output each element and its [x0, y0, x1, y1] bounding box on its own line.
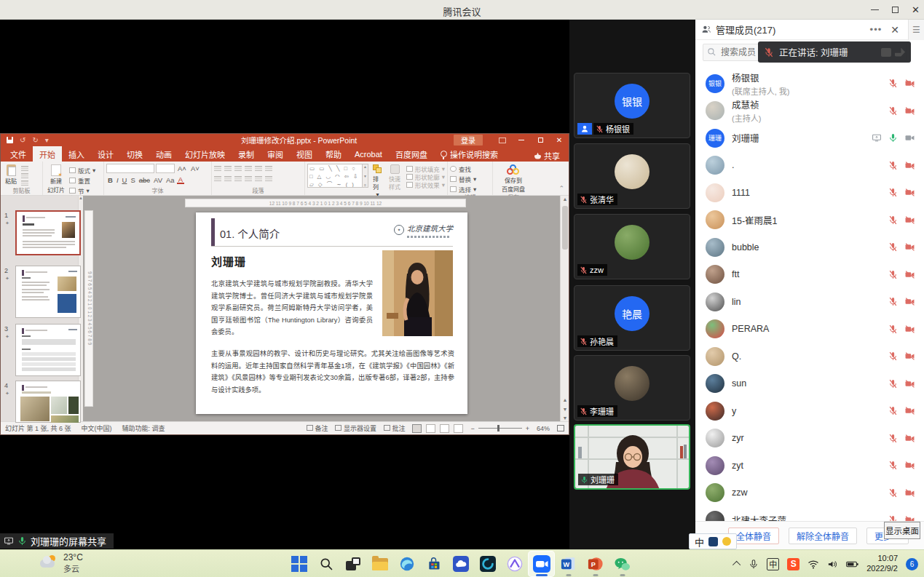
- replace-button[interactable]: 替换 ▾: [450, 174, 476, 183]
- italic-button[interactable]: I: [115, 176, 120, 184]
- member-row[interactable]: zyt: [695, 452, 924, 479]
- fit-to-window-icon[interactable]: [557, 425, 564, 431]
- mic-muted-icon[interactable]: [888, 515, 898, 521]
- ime-indicator[interactable]: 中: [767, 558, 779, 570]
- font-size-box[interactable]: [156, 164, 175, 173]
- slide-paragraph-2[interactable]: 主要从事景观园林的教学、设计和历史与理论研究。尤其关注绘画图像等艺术资料的运用。…: [211, 348, 454, 396]
- mic-muted-icon[interactable]: [888, 270, 898, 279]
- mic-on-icon[interactable]: [580, 476, 588, 484]
- editor-scrollbar[interactable]: ▲ ▲ ▼ ▼: [560, 196, 569, 421]
- align-left-icon[interactable]: [214, 175, 221, 181]
- mic-muted-icon[interactable]: [888, 106, 898, 116]
- close-icon[interactable]: ✕: [912, 5, 920, 15]
- align-right-icon[interactable]: [234, 175, 242, 181]
- notes-toggle[interactable]: 备注: [307, 423, 328, 433]
- volume-icon[interactable]: [827, 560, 838, 569]
- strikethrough-button[interactable]: abc: [138, 176, 151, 184]
- tell-me-search[interactable]: 操作说明搜索: [434, 146, 505, 162]
- slide-sorter-icon[interactable]: [426, 424, 435, 433]
- undo-icon[interactable]: ↺: [20, 137, 25, 144]
- slide-canvas[interactable]: 01. 个人简介 ✦ 北京建筑大学 刘珊珊 北京建筑大学建筑与城市规划学院副教授…: [196, 212, 467, 414]
- taskbar-clock[interactable]: 10:07 2022/9/2: [866, 554, 898, 574]
- tab-home[interactable]: 开始: [33, 146, 62, 162]
- mic-muted-icon[interactable]: [888, 242, 898, 252]
- mic-muted-icon[interactable]: [580, 338, 588, 346]
- save-icon[interactable]: [7, 137, 13, 143]
- member-row[interactable]: .: [695, 152, 924, 180]
- paste-button[interactable]: 粘贴: [3, 164, 19, 186]
- member-row[interactable]: zyr: [695, 425, 924, 453]
- slide-section-title[interactable]: 01. 个人简介: [220, 226, 280, 241]
- underline-button[interactable]: U: [121, 176, 129, 184]
- find-button[interactable]: 查找: [450, 164, 471, 173]
- member-row[interactable]: 1111: [695, 179, 924, 207]
- ime-emoji-icon[interactable]: [722, 537, 731, 546]
- mic-muted-icon[interactable]: [580, 407, 588, 415]
- member-row[interactable]: zzw: [695, 479, 924, 507]
- member-row[interactable]: PERARA: [695, 316, 924, 343]
- tab-insert[interactable]: 插入: [62, 146, 91, 162]
- font-name-box[interactable]: [106, 164, 154, 173]
- tab-file[interactable]: 文件: [4, 146, 33, 162]
- tray-expand-icon[interactable]: [733, 561, 741, 569]
- mic-muted-icon[interactable]: [888, 461, 898, 470]
- shape-effects-button[interactable]: 形状效果 ▾: [406, 181, 445, 188]
- ime-status-bar[interactable]: 中: [689, 533, 737, 549]
- mic-muted-icon[interactable]: [888, 488, 898, 498]
- member-row[interactable]: 北建大李子萍: [695, 506, 924, 521]
- notification-badge[interactable]: 6: [906, 558, 918, 570]
- mic-muted-icon[interactable]: [888, 351, 898, 361]
- screen-share-icon[interactable]: [872, 133, 882, 143]
- slide-person-name[interactable]: 刘珊珊: [211, 253, 246, 268]
- minimize-icon[interactable]: [871, 9, 879, 11]
- sogou-ime-icon[interactable]: S: [787, 558, 799, 570]
- taskbar-app-wechat[interactable]: [609, 551, 636, 577]
- weather-widget[interactable]: 23°C 多云: [40, 552, 83, 574]
- align-text-icon[interactable]: [265, 175, 272, 181]
- comments-toggle[interactable]: 批注: [384, 423, 406, 433]
- member-row[interactable]: 银银杨银银(联席主持人, 我): [695, 70, 924, 98]
- camera-off-icon[interactable]: [904, 106, 915, 116]
- panel-sidebar-toggle-icon[interactable]: ☰: [908, 20, 924, 40]
- shrink-font-icon[interactable]: A˅: [189, 164, 201, 172]
- arrange-button[interactable]: 排列 ▾: [371, 164, 384, 199]
- camera-off-icon[interactable]: [904, 270, 915, 279]
- member-row[interactable]: 15-崔雨晨1: [695, 207, 924, 234]
- ppt-close-icon[interactable]: ✕: [550, 134, 569, 146]
- video-tile[interactable]: 李珊珊: [574, 355, 690, 421]
- columns-icon[interactable]: [255, 175, 262, 181]
- collapse-ribbon-icon[interactable]: ⌃: [558, 185, 564, 192]
- video-tile[interactable]: 银银杨银银: [574, 73, 690, 138]
- camera-off-icon[interactable]: [904, 515, 915, 521]
- new-slide-button[interactable]: 新建幻灯片: [45, 164, 67, 194]
- shapes-scroll[interactable]: ▲▼≡: [363, 164, 368, 188]
- camera-off-icon[interactable]: [904, 406, 915, 415]
- taskbar-app-search[interactable]: [312, 551, 339, 577]
- mic-muted-icon[interactable]: [580, 266, 588, 274]
- display-settings-button[interactable]: 显示器设置: [335, 423, 376, 433]
- slide-paragraph-1[interactable]: 北京建筑大学建筑与城市规划学院副教授。清华大学建筑学院博士。曾任同济大学建筑与城…: [211, 278, 373, 338]
- taskbar-app-cloud[interactable]: [447, 551, 474, 577]
- share-button[interactable]: 共享: [534, 150, 569, 162]
- shape-outline-button[interactable]: 形状轮廓 ▾: [406, 173, 445, 180]
- bullets-icon[interactable]: [214, 165, 221, 171]
- member-row[interactable]: ftt: [695, 261, 924, 289]
- quick-styles-button[interactable]: 快速样式: [387, 164, 404, 191]
- taskbar-app-powerpoint[interactable]: P: [582, 551, 609, 577]
- zoom-slider[interactable]: −+: [470, 425, 529, 432]
- ime-skin-icon[interactable]: [708, 537, 718, 546]
- tab-slideshow[interactable]: 幻灯片放映: [178, 146, 232, 162]
- member-row[interactable]: sun: [695, 370, 924, 398]
- mic-muted-icon[interactable]: [888, 188, 898, 197]
- member-row[interactable]: lin: [695, 288, 924, 316]
- taskbar-app-explorer[interactable]: [366, 551, 393, 577]
- justify-icon[interactable]: [245, 175, 252, 181]
- taskbar-app-word[interactable]: W: [555, 551, 582, 577]
- video-tile[interactable]: zzw: [574, 214, 690, 279]
- bold-button[interactable]: B: [106, 176, 114, 184]
- taskbar-app-whale[interactable]: [474, 551, 501, 577]
- change-case-button[interactable]: Aa: [165, 176, 176, 184]
- camera-off-icon[interactable]: [904, 215, 915, 225]
- camera-icon[interactable]: [904, 133, 915, 143]
- taskbar-app-acg[interactable]: [501, 551, 528, 577]
